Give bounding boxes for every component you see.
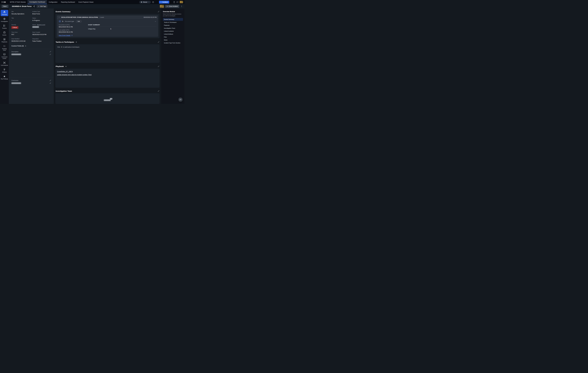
investigation-team-title: Investigation Team <box>56 90 72 92</box>
module-item-notes[interactable]: Notes <box>163 39 183 41</box>
rail-label: Investigation <box>1 21 8 22</box>
d3-logo[interactable]: D3 <box>1 1 6 3</box>
playbook-link-update-form[interactable]: update dynamic form value by incident nu… <box>57 74 92 76</box>
event-type-label: No event type <box>65 21 74 22</box>
expand-events-summary-button[interactable] <box>158 11 159 12</box>
chat-button[interactable] <box>177 1 178 3</box>
rail-item-investigation[interactable]: Investigation <box>0 17 8 23</box>
nav-reporting-dashboard[interactable]: Reporting Dashboard <box>59 0 77 4</box>
incident-details-panel: Site Security Operations Incident Type B… <box>9 9 54 104</box>
add-tactics-button[interactable] <box>75 41 77 43</box>
rail-label: Key Findings <box>1 78 8 80</box>
environment-label: Master <box>143 1 147 3</box>
field-date-modified: Date Modified 09/25/2024 10:00 AM <box>11 38 30 42</box>
add-playbook-button[interactable] <box>65 66 67 67</box>
field-title: Title - <box>11 17 30 21</box>
external-link-icon <box>71 35 73 36</box>
rail-item-timeline[interactable]: Timeline <box>0 23 8 30</box>
rail-item-events[interactable]: Events <box>0 30 8 37</box>
rail-item-key-findings[interactable]: Key Findings <box>0 74 8 80</box>
module-item-linked-incidents[interactable]: Linked Incidents <box>163 30 183 32</box>
rail-item-artifacts[interactable]: Artifacts <box>0 67 8 73</box>
support-chat-button[interactable] <box>178 97 183 102</box>
owner-label: Owner <box>32 24 36 25</box>
module-item-tactics[interactable]: Tactics & Techniques <box>163 21 183 24</box>
rail-item-pending-tasks[interactable]: Pending Tasks <box>0 44 8 52</box>
nav-event-playbook-viewer[interactable]: Event Playbook Viewer <box>77 0 95 4</box>
incident-header: Back 20240920-4: Brute Force Edit Tags C… <box>0 4 184 9</box>
target-icon <box>3 18 6 20</box>
environment-selector[interactable]: Master <box>139 1 151 3</box>
field-severity: Severity Critical <box>11 24 30 29</box>
escalation-method-label: ESCALATION METHOD: DYANG (MANUAL ESCALAT… <box>61 17 98 18</box>
close-incident-button[interactable]: Close Incident <box>165 5 179 8</box>
new-incident-button[interactable]: Incident <box>159 1 169 3</box>
module-item-events-summary[interactable]: Events Summary <box>163 18 183 21</box>
events-summary-card: ESCALATION METHOD: DYANG (MANUAL ESCALAT… <box>55 14 160 38</box>
share-button[interactable] <box>33 5 35 7</box>
chevron-down-icon <box>148 1 149 3</box>
tactics-title: Tactics & Techniques <box>56 41 74 43</box>
rail-label: Artifacts <box>2 71 7 73</box>
network-icon <box>3 62 6 64</box>
rail-item-command-centre[interactable]: Command Centre <box>0 52 8 60</box>
new-incident-label: Incident <box>162 1 168 3</box>
add-custom-field-button[interactable] <box>25 45 26 47</box>
module-item-linked-artifacts[interactable]: Linked Artifacts <box>163 33 183 35</box>
calendar-icon <box>3 31 6 34</box>
expand-tactics-button[interactable] <box>158 41 159 43</box>
rail-item-overview[interactable]: Overview <box>0 10 8 16</box>
event-summary-column: EVENT SUMMARY Unique Key 1 <box>88 24 156 36</box>
module-item-incident-type-form[interactable]: Incident Type Form Section <box>163 41 183 44</box>
description-section: Description <box>11 49 51 76</box>
nav-investigation-dashboard[interactable]: Investigation Dashboard <box>28 0 47 4</box>
rail-item-playbooks[interactable]: Playbooks <box>0 37 8 43</box>
severity-badge: Critical <box>11 26 18 29</box>
back-button[interactable]: Back <box>2 5 8 8</box>
event-number: 1 - <box>62 21 64 22</box>
field-site: Site Security Operations <box>11 11 30 15</box>
edit-tags-button[interactable]: Edit Tags <box>37 5 47 8</box>
nav-mitre-attack-monitor[interactable]: MITRE ATT&CK Monitor <box>8 0 28 4</box>
expand-playbook-button[interactable] <box>158 66 159 67</box>
assign-to-me-link[interactable]: (Assign to me) <box>37 24 45 25</box>
edit-conclusion-button[interactable] <box>50 83 51 84</box>
more-options-button[interactable] <box>180 5 183 7</box>
inline-plus-icon[interactable] <box>61 46 63 48</box>
field-date-created: Date Created 09/20/2024 03:25 PM <box>32 31 51 35</box>
escalation-group-card: ESCALATION METHOD: DYANG (MANUAL ESCALAT… <box>57 15 158 37</box>
escalation-group-header[interactable]: ESCALATION METHOD: DYANG (MANUAL ESCALAT… <box>57 16 158 19</box>
close-incident-label: Close Incident <box>169 6 178 7</box>
owner-value-redacted <box>32 26 39 28</box>
module-item-investigation-team[interactable]: Investigation Team <box>163 27 183 30</box>
event-summary-header: EVENT SUMMARY <box>88 24 156 27</box>
expand-description-button[interactable] <box>50 51 51 52</box>
rail-label: Timeline <box>2 28 7 29</box>
document-button[interactable] <box>173 1 175 3</box>
rail-item-link-analysis[interactable]: Link Analysis <box>0 61 8 67</box>
main-content: Events Summary ESCALATION METHOD: DYANG … <box>54 9 161 104</box>
expand-investigation-team-button[interactable] <box>158 90 159 92</box>
collapse-event-button[interactable] <box>155 21 156 22</box>
view-event-details-link[interactable]: View Event Details <box>59 35 73 36</box>
star-icon <box>3 75 6 78</box>
incident-title: 20240920-4: Brute Force <box>12 5 32 7</box>
rail-label: Command Centre <box>1 56 8 59</box>
info-button[interactable] <box>152 1 154 3</box>
expand-conclusion-button[interactable] <box>50 80 51 81</box>
event-count: 1 event <box>100 17 104 18</box>
module-item-playbook[interactable]: Playbook <box>163 24 183 27</box>
plus-icon <box>160 1 162 3</box>
overview-module-subtitle: Select from the following modules you wi… <box>163 13 183 17</box>
overview-module-panel: Overview Module Select from the followin… <box>161 9 184 104</box>
module-item-files[interactable]: Files <box>163 36 183 38</box>
edit-description-button[interactable] <box>50 54 51 55</box>
field-disposition: Disposition False Positive <box>32 38 51 42</box>
playbook-link-crowdstrike[interactable]: CrowdStrike_DT_10674 <box>57 71 73 73</box>
team-member-redacted <box>104 99 111 101</box>
user-avatar[interactable] <box>180 1 183 3</box>
nav-configuration[interactable]: Configuration <box>47 0 59 4</box>
tactics-empty-state: Click to add tactics & techniques <box>57 46 158 48</box>
field-status: Status In Progress <box>32 17 51 21</box>
investigation-team-card <box>55 93 160 104</box>
